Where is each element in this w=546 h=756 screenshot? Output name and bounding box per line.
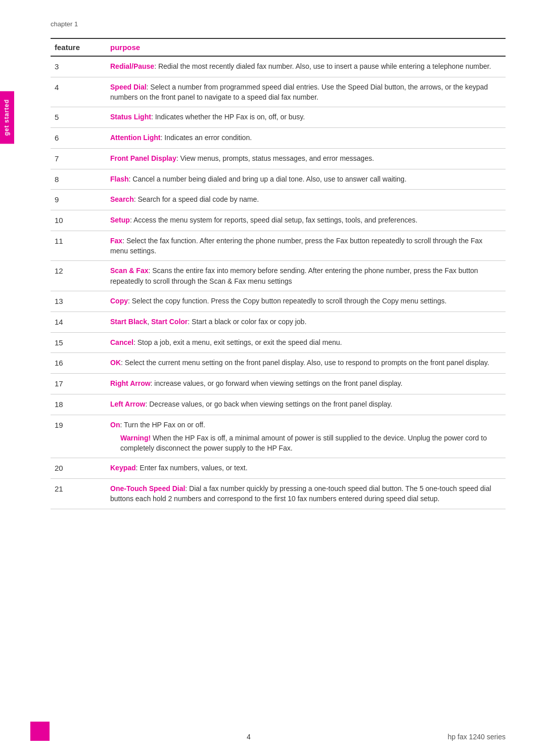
row-description: Front Panel Display: View menus, prompts… bbox=[106, 148, 506, 169]
feature-label: One-Touch Speed Dial bbox=[110, 484, 185, 493]
row-description: One-Touch Speed Dial: Dial a fax number … bbox=[106, 479, 506, 509]
row-description: Copy: Select the copy function. Press th… bbox=[106, 291, 506, 312]
table-row: 16OK: Select the current menu setting on… bbox=[51, 353, 506, 374]
footer-page-number: 4 bbox=[247, 733, 251, 741]
feature-label: Attention Light bbox=[110, 134, 161, 142]
feature-label-start-black: Start Black bbox=[110, 318, 147, 326]
feature-label: Keypad bbox=[110, 464, 136, 472]
table-row: 13Copy: Select the copy function. Press … bbox=[51, 291, 506, 312]
row-description: Left Arrow: Decrease values, or go back … bbox=[106, 394, 506, 415]
feature-label: Fax bbox=[110, 237, 122, 245]
table-row: 17Right Arrow: increase values, or go fo… bbox=[51, 374, 506, 394]
table-row: 4Speed Dial: Select a number from progra… bbox=[51, 77, 506, 107]
row-description: Search: Search for a speed dial code by … bbox=[106, 190, 506, 210]
row-description: Right Arrow: increase values, or go forw… bbox=[106, 374, 506, 394]
table-row: 15Cancel: Stop a job, exit a menu, exit … bbox=[51, 332, 506, 353]
feature-label: Cancel bbox=[110, 338, 133, 346]
row-number: 13 bbox=[51, 291, 106, 312]
header-purpose: purpose bbox=[106, 38, 506, 56]
row-description: Speed Dial: Select a number from program… bbox=[106, 77, 506, 107]
header-feature: feature bbox=[51, 38, 106, 56]
feature-label: Status Light bbox=[110, 113, 151, 121]
row-number: 14 bbox=[51, 312, 106, 332]
feature-label: Front Panel Display bbox=[110, 154, 176, 162]
row-description: Attention Light: Indicates an error cond… bbox=[106, 128, 506, 149]
feature-label: Redial/Pause bbox=[110, 62, 154, 70]
table-row: 7Front Panel Display: View menus, prompt… bbox=[51, 148, 506, 169]
table-row: 20Keypad: Enter fax numbers, values, or … bbox=[51, 458, 506, 479]
row-description: OK: Select the current menu setting on t… bbox=[106, 353, 506, 374]
row-description: On: Turn the HP Fax on or off.Warning! W… bbox=[106, 415, 506, 458]
row-number: 17 bbox=[51, 374, 106, 394]
row-number: 4 bbox=[51, 77, 106, 107]
table-row: 19On: Turn the HP Fax on or off.Warning!… bbox=[51, 415, 506, 458]
table-row: 11Fax: Select the fax function. After en… bbox=[51, 231, 506, 261]
feature-label: Copy bbox=[110, 297, 128, 305]
chapter-label: chapter 1 bbox=[51, 20, 506, 28]
row-number: 10 bbox=[51, 210, 106, 231]
row-description: Redial/Pause: Redial the most recently d… bbox=[106, 56, 506, 77]
row-number: 19 bbox=[51, 415, 106, 458]
row-number: 18 bbox=[51, 394, 106, 415]
footer-product-name: hp fax 1240 series bbox=[448, 733, 506, 741]
feature-label: Flash bbox=[110, 175, 129, 183]
footer: 4 hp fax 1240 series bbox=[0, 733, 546, 741]
table-row: 8Flash: Cancel a number being dialed and… bbox=[51, 169, 506, 190]
row-number: 8 bbox=[51, 169, 106, 190]
table-row: 5Status Light: Indicates whether the HP … bbox=[51, 107, 506, 128]
row-number: 11 bbox=[51, 231, 106, 261]
footer-decoration bbox=[30, 722, 50, 741]
feature-label: Scan & Fax bbox=[110, 266, 148, 275]
row-number: 3 bbox=[51, 56, 106, 77]
feature-label: OK bbox=[110, 359, 121, 367]
row-number: 6 bbox=[51, 128, 106, 149]
feature-label: Left Arrow bbox=[110, 400, 145, 408]
row-description: Fax: Select the fax function. After ente… bbox=[106, 231, 506, 261]
table-row: 12Scan & Fax: Scans the entire fax into … bbox=[51, 261, 506, 291]
row-number: 21 bbox=[51, 479, 106, 509]
row-number: 12 bbox=[51, 261, 106, 291]
feature-label: Setup bbox=[110, 216, 130, 224]
row-description: Setup: Access the menu system for report… bbox=[106, 210, 506, 231]
row-number: 20 bbox=[51, 458, 106, 479]
row-description: Flash: Cancel a number being dialed and … bbox=[106, 169, 506, 190]
row-description: Keypad: Enter fax numbers, values, or te… bbox=[106, 458, 506, 479]
warning-label: Warning! bbox=[120, 434, 151, 442]
row-description: Cancel: Stop a job, exit a menu, exit se… bbox=[106, 332, 506, 353]
table-row: 9Search: Search for a speed dial code by… bbox=[51, 190, 506, 210]
feature-table: feature purpose 3Redial/Pause: Redial th… bbox=[51, 38, 506, 509]
row-number: 5 bbox=[51, 107, 106, 128]
row-number: 15 bbox=[51, 332, 106, 353]
row-description: Scan & Fax: Scans the entire fax into me… bbox=[106, 261, 506, 291]
row-description: Start Black, Start Color: Start a black … bbox=[106, 312, 506, 332]
row-number: 9 bbox=[51, 190, 106, 210]
row-number: 16 bbox=[51, 353, 106, 374]
feature-label-start-color: Start Color bbox=[151, 318, 188, 326]
table-row: 18Left Arrow: Decrease values, or go bac… bbox=[51, 394, 506, 415]
table-row: 14Start Black, Start Color: Start a blac… bbox=[51, 312, 506, 332]
warning-block: Warning! When the HP Fax is off, a minim… bbox=[110, 433, 499, 454]
table-row: 3Redial/Pause: Redial the most recently … bbox=[51, 56, 506, 77]
table-row: 21One-Touch Speed Dial: Dial a fax numbe… bbox=[51, 479, 506, 509]
feature-label: Right Arrow bbox=[110, 379, 151, 387]
row-number: 7 bbox=[51, 148, 106, 169]
table-row: 10Setup: Access the menu system for repo… bbox=[51, 210, 506, 231]
feature-label: Search bbox=[110, 195, 134, 203]
feature-label: Speed Dial bbox=[110, 83, 147, 91]
feature-label: On bbox=[110, 421, 120, 429]
table-row: 6Attention Light: Indicates an error con… bbox=[51, 128, 506, 149]
row-description: Status Light: Indicates whether the HP F… bbox=[106, 107, 506, 128]
